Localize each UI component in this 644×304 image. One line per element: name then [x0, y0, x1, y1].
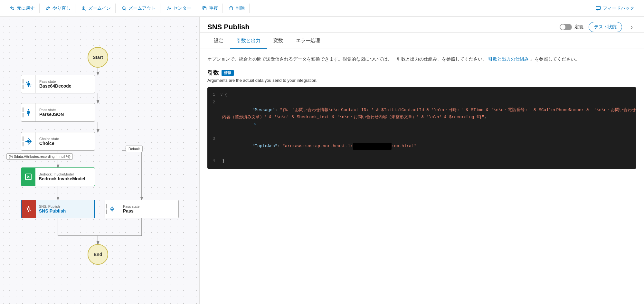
center-button[interactable]: センター	[162, 4, 196, 13]
zoom-out-button[interactable]: ズームアウト	[117, 4, 160, 13]
feedback-label: フィードバック	[603, 5, 634, 11]
redacted-value: ████████████	[353, 143, 392, 150]
info-badge[interactable]: 情報	[222, 70, 234, 76]
code-line-4: 4 }	[207, 157, 636, 165]
delete-button[interactable]: 削除	[224, 4, 250, 13]
feedback-button[interactable]: フィードバック	[591, 4, 639, 13]
expand-button[interactable]: ›	[627, 23, 636, 32]
svg-rect-4	[204, 7, 206, 10]
test-state-button[interactable]: テスト状態	[589, 22, 622, 32]
delete-label: 削除	[236, 5, 245, 11]
tabs-bar: 設定 引数と出力 変数 エラー処理	[200, 34, 644, 49]
args-section-title: 引数 情報	[207, 69, 636, 77]
content-area: オプションで、統合との間で送受信されるデータを変換できます。視覚的な図については…	[200, 49, 644, 304]
redo-button[interactable]: やり直し	[41, 4, 75, 13]
edit-icon-line2[interactable]: ✎	[254, 122, 256, 127]
code-line-1: 1 ∨ {	[207, 91, 636, 99]
zoom-in-label: ズームイン	[88, 5, 111, 11]
end-node: End	[88, 244, 108, 265]
zoom-in-button[interactable]: ズームイン	[77, 4, 116, 13]
duplicate-button[interactable]: 重複	[197, 4, 223, 13]
tab-variables[interactable]: 変数	[267, 34, 289, 49]
definition-toggle[interactable]	[560, 24, 572, 30]
code-line-3: 3 "TopicArn": "arn:aws:sns:ap-northeast-…	[207, 135, 636, 157]
condition-label: {% $data.Attributes.recording != null %}	[6, 153, 73, 160]
flow-panel: Start Pass state Base64Decode	[0, 17, 200, 304]
code-editor: 1 ∨ { 2 "Message": "{% 'お問い合わせ情報\n\n Con…	[207, 87, 636, 169]
start-node: Start	[88, 47, 108, 68]
toolbar: 元に戻す やり直し ズームイン ズームアウト センター 重複 削除 フィードバッ…	[0, 0, 644, 17]
zoom-out-label: ズームアウト	[128, 5, 156, 11]
base64decode-node[interactable]: Pass state Base64Decode	[21, 75, 95, 93]
code-line-2: 2 "Message": "{% 'お問い合わせ情報\n\n Contact I…	[207, 99, 636, 135]
choice-node[interactable]: Choice state Choice	[21, 132, 95, 151]
center-label: センター	[173, 5, 191, 11]
svg-point-15	[27, 208, 30, 210]
default-label: Default	[126, 146, 143, 152]
pass-node[interactable]: Pass state Pass	[105, 200, 179, 218]
tab-settings[interactable]: 設定	[207, 34, 230, 49]
main-layout: Start Pass state Base64Decode	[0, 17, 644, 304]
panel-title: SNS Publish	[207, 23, 554, 31]
sns-node[interactable]: SNS: Publish SNS Publish	[21, 200, 95, 218]
content-description: オプションで、統合との間で送受信されるデータを変換できます。視覚的な図については…	[207, 55, 636, 62]
right-header: SNS Publish 定義 テスト状態 ›	[200, 17, 644, 33]
toggle-group: 定義	[560, 24, 583, 30]
back-label: 元に戻す	[17, 5, 35, 11]
tab-args-output[interactable]: 引数と出力	[230, 34, 267, 49]
toggle-label: 定義	[574, 24, 583, 30]
parsejson-node[interactable]: Pass state ParseJSON	[21, 103, 95, 122]
args-description: Arguments are the actual data you send t…	[207, 78, 636, 83]
link-args-output[interactable]: 引数と出力の仕組み	[488, 56, 529, 62]
svg-point-2	[168, 8, 169, 9]
svg-point-3	[167, 6, 171, 10]
tab-error-handling[interactable]: エラー処理	[289, 34, 327, 49]
redo-label: やり直し	[52, 5, 71, 11]
bedrock-node[interactable]: Bedrock: InvokeModel Bedrock InvokeModel	[21, 167, 95, 186]
duplicate-label: 重複	[209, 5, 218, 11]
svg-rect-5	[596, 6, 600, 9]
right-panel: SNS Publish 定義 テスト状態 › 設定 引数と出力 変数 エラー処理…	[200, 17, 644, 304]
back-button[interactable]: 元に戻す	[5, 4, 40, 13]
